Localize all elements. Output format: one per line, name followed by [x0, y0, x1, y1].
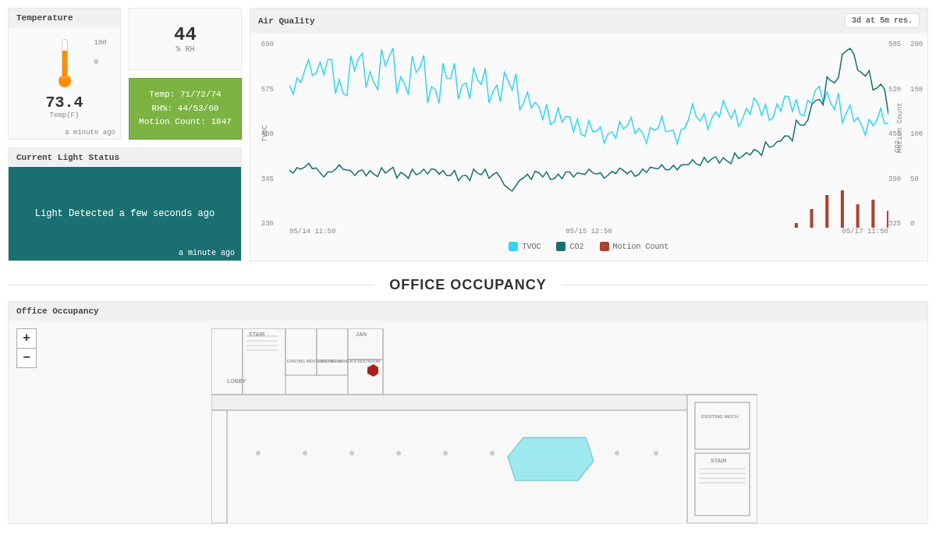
temperature-updated: a minute ago: [9, 127, 120, 138]
stats-temp: Temp: 71/72/74: [139, 88, 232, 102]
svg-text:JAN: JAN: [356, 331, 367, 337]
air-quality-chart[interactable]: TVOC CO2 Motion Count 690 575 460 345 23…: [250, 33, 927, 243]
humidity-unit: % RH: [137, 45, 233, 54]
light-status-title: Current Light Status: [9, 148, 241, 167]
svg-rect-9: [243, 328, 285, 395]
svg-point-28: [256, 451, 261, 455]
svg-marker-19: [508, 438, 594, 480]
humidity-value: 44: [137, 24, 233, 45]
svg-point-31: [396, 451, 401, 455]
temperature-unit: Temp(F): [16, 112, 112, 119]
svg-rect-4: [856, 204, 860, 228]
svg-rect-13: [348, 360, 383, 395]
section-title: OFFICE OCCUPANCY: [374, 277, 562, 293]
svg-point-34: [615, 451, 619, 455]
stats-motion: Motion Count: 1847: [139, 115, 232, 129]
svg-text:STAIR: STAIR: [249, 331, 264, 337]
svg-text:STAIR: STAIR: [711, 458, 726, 463]
occupancy-card: Office Occupancy + −: [8, 301, 928, 524]
svg-point-33: [490, 451, 495, 455]
svg-rect-0: [795, 223, 798, 228]
svg-point-35: [654, 451, 658, 455]
humidity-card: 44 % RH: [129, 8, 242, 70]
occupancy-title: Office Occupancy: [9, 302, 927, 321]
svg-rect-11: [317, 328, 348, 375]
svg-point-29: [303, 451, 307, 455]
svg-rect-3: [841, 190, 844, 228]
zoom-out-button[interactable]: −: [16, 348, 37, 368]
svg-rect-8: [211, 328, 243, 395]
air-quality-card: Air Quality 3d at 5m res. TVOC CO2 Motio…: [250, 8, 928, 261]
svg-text:LOBBY: LOBBY: [227, 378, 246, 384]
temperature-card: Temperature 100 0 73.4 Temp(F): [8, 8, 121, 140]
zoom-in-button[interactable]: +: [16, 328, 37, 349]
svg-rect-5: [871, 200, 874, 228]
svg-text:EXISTING MECH.: EXISTING MECH.: [701, 414, 739, 419]
svg-point-30: [349, 451, 354, 455]
light-message: Light Detected a few seconds ago: [35, 208, 214, 219]
chart-svg: [289, 41, 888, 228]
thermometer-icon: 100 0: [57, 39, 73, 86]
y-axis-label-motion: Motion Count: [897, 102, 905, 153]
temperature-value: 73.4: [16, 94, 112, 112]
light-updated: a minute ago: [179, 249, 235, 257]
svg-rect-14: [211, 395, 757, 410]
svg-rect-1: [810, 209, 814, 228]
svg-rect-17: [695, 402, 750, 449]
floorplan-area[interactable]: + −: [9, 321, 927, 523]
stats-card: Temp: 71/72/74 RH%: 44/53/60 Motion Coun…: [129, 78, 242, 140]
temperature-title: Temperature: [9, 9, 120, 27]
svg-rect-10: [285, 328, 317, 375]
stats-rh: RH%: 44/53/60: [139, 102, 232, 116]
svg-text:EXISTING WOMEN'S RESTROOM: EXISTING WOMEN'S RESTROOM: [318, 359, 380, 363]
light-status-card: Current Light Status Light Detected a fe…: [8, 147, 242, 261]
svg-point-32: [443, 451, 448, 455]
floorplan-svg: STAIR LOBBY JAN EXISTING MEN'S RESTROOM …: [211, 328, 757, 523]
svg-rect-15: [211, 410, 227, 523]
section-divider: OFFICE OCCUPANCY: [8, 277, 928, 293]
svg-rect-2: [825, 195, 828, 228]
resolution-badge[interactable]: 3d at 5m res.: [845, 13, 920, 28]
air-quality-title: Air Quality: [258, 16, 315, 26]
